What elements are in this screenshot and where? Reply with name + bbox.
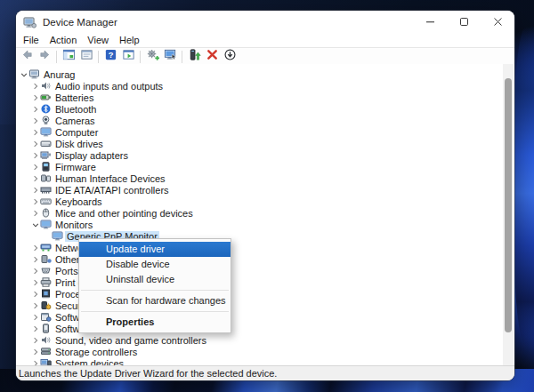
chevron-right-icon[interactable]	[31, 313, 39, 321]
tree-item[interactable]: Storage controllers	[16, 346, 514, 357]
tree-item[interactable]: Firmware	[16, 161, 514, 172]
tree-item-label[interactable]: Mice and other pointing devices	[53, 208, 195, 219]
scrollbar-thumb[interactable]	[505, 78, 512, 332]
chevron-down-icon[interactable]	[20, 70, 28, 78]
help-icon: ?	[104, 48, 117, 65]
device-manager-icon	[23, 17, 36, 28]
menu-separator	[81, 311, 229, 312]
minimize-icon	[425, 14, 435, 30]
chevron-right-icon[interactable]	[31, 301, 39, 309]
context-menu-scan-for-hardware-changes[interactable]: Scan for hardware changes	[79, 293, 231, 308]
console-tree-button[interactable]	[61, 49, 77, 64]
help-button[interactable]: ?	[102, 49, 118, 64]
tree-item-label[interactable]: Keyboards	[53, 196, 104, 207]
chevron-down-icon[interactable]	[31, 220, 39, 228]
uninstall-device-button[interactable]	[204, 49, 220, 64]
chevron-right-icon[interactable]	[31, 336, 39, 344]
tree-item-label[interactable]: Sound, video and game controllers	[53, 335, 208, 346]
titlebar[interactable]: Device Manager	[16, 11, 514, 34]
chevron-right-icon[interactable]	[31, 324, 39, 332]
tree-item[interactable]: Bluetooth	[16, 103, 514, 115]
chevron-right-icon[interactable]	[31, 93, 39, 101]
chevron-right-icon[interactable]	[31, 186, 39, 194]
uninstall-device-icon	[206, 48, 219, 65]
tree-item[interactable]: Display adapters	[16, 149, 514, 161]
properties-window-icon	[80, 48, 93, 65]
tree-item[interactable]: Computer	[16, 126, 514, 138]
device-manager-window: Device Manager FileActionViewHelp ? Anur…	[16, 11, 514, 380]
printer-icon	[40, 277, 52, 287]
chevron-right-icon[interactable]	[31, 128, 39, 136]
hid-icon	[40, 173, 52, 183]
tree-item-label[interactable]: Cameras	[53, 116, 97, 126]
wallpaper-ribbon-right	[514, 27, 534, 347]
tree-item-label[interactable]: Disk drives	[53, 139, 105, 149]
tree-item[interactable]: Human Interface Devices	[16, 172, 514, 184]
tree-item-label[interactable]: Audio inputs and outputs	[53, 81, 165, 92]
menu-file[interactable]: File	[18, 34, 44, 47]
network-icon	[40, 243, 52, 252]
tree-item-label[interactable]: Batteries	[53, 92, 95, 103]
firmware-icon	[40, 162, 52, 172]
maximize-icon	[459, 14, 469, 30]
chevron-right-icon[interactable]	[31, 82, 39, 90]
properties-window-button[interactable]	[78, 49, 94, 64]
software-icon	[40, 312, 52, 322]
chevron-right-icon[interactable]	[31, 290, 39, 298]
svg-text:?: ?	[108, 51, 113, 60]
tree-item-label[interactable]: Human Interface Devices	[53, 173, 167, 184]
chevron-right-icon[interactable]	[31, 174, 39, 182]
close-button[interactable]	[481, 11, 514, 34]
tree-item-label[interactable]: Display adapters	[53, 150, 130, 161]
minimize-button[interactable]	[413, 11, 447, 34]
scan-hardware-button[interactable]	[144, 49, 160, 64]
ide-icon	[40, 185, 52, 195]
tree-item-label[interactable]: Computer	[53, 127, 100, 138]
chevron-right-icon[interactable]	[31, 163, 39, 171]
update-driver-button[interactable]	[186, 49, 202, 64]
tree-item[interactable]: IDE ATA/ATAPI controllers	[16, 184, 514, 196]
context-menu-uninstall-device[interactable]: Uninstall device	[79, 272, 231, 287]
context-menu-disable-device[interactable]: Disable device	[79, 257, 231, 272]
tree-item[interactable]: Audio inputs and outputs	[16, 80, 514, 92]
tree-item[interactable]: Keyboards	[16, 196, 514, 207]
forward-button[interactable]	[36, 49, 53, 64]
chevron-right-icon[interactable]	[31, 267, 39, 275]
menu-help[interactable]: Help	[114, 34, 145, 47]
chevron-right-icon[interactable]	[31, 105, 39, 113]
tree-item[interactable]: Batteries	[16, 92, 514, 103]
tree-item[interactable]: Cameras	[16, 115, 514, 126]
chevron-right-icon[interactable]	[31, 348, 39, 356]
tree-item-label[interactable]: Monitors	[53, 220, 94, 230]
chevron-right-icon[interactable]	[31, 244, 39, 252]
tree-item[interactable]: Monitors	[16, 219, 514, 230]
tree-item-label[interactable]: Firmware	[53, 162, 98, 172]
disable-device-button[interactable]	[222, 49, 238, 64]
chevron-right-icon[interactable]	[31, 278, 39, 286]
storage-icon	[40, 347, 52, 356]
software-device-icon	[40, 324, 52, 333]
menu-action[interactable]: Action	[44, 34, 83, 47]
tree-item-label[interactable]: Bluetooth	[53, 104, 98, 115]
tree-item[interactable]: Disk drives	[16, 138, 514, 149]
maximize-button[interactable]	[447, 11, 481, 34]
tree-item[interactable]: Sound, video and game controllers	[16, 334, 514, 346]
chevron-right-icon[interactable]	[31, 197, 39, 205]
vertical-scrollbar[interactable]	[503, 64, 514, 366]
chevron-right-icon[interactable]	[31, 116, 39, 124]
chevron-right-icon[interactable]	[31, 209, 39, 217]
context-menu-properties[interactable]: Properties	[79, 315, 231, 330]
tree-item-label[interactable]: Storage controllers	[53, 347, 139, 357]
remote-computer-button[interactable]	[162, 49, 178, 64]
show-window-button[interactable]	[120, 49, 136, 64]
tree-item[interactable]: Anurag	[16, 68, 514, 80]
tree-item-label[interactable]: IDE ATA/ATAPI controllers	[53, 185, 171, 196]
context-menu-update-driver[interactable]: Update driver	[79, 242, 231, 257]
chevron-right-icon[interactable]	[31, 255, 39, 263]
tree-item-label[interactable]: Anurag	[42, 69, 77, 80]
chevron-right-icon[interactable]	[31, 151, 39, 159]
tree-item[interactable]: Mice and other pointing devices	[16, 207, 514, 219]
back-button[interactable]	[19, 49, 35, 64]
chevron-right-icon[interactable]	[31, 140, 39, 148]
menu-view[interactable]: View	[82, 34, 114, 47]
